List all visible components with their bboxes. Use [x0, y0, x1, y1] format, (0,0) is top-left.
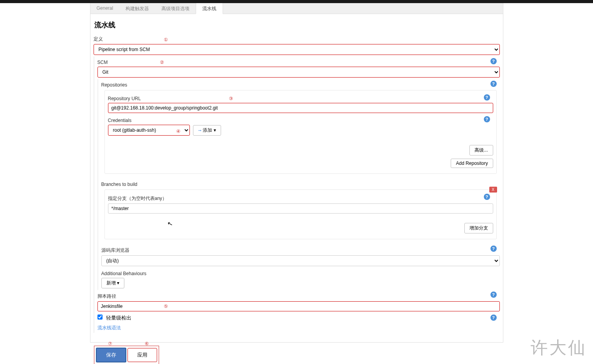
annotation-5: ⑤	[164, 304, 168, 309]
browser-help-icon[interactable]: ?	[490, 246, 497, 252]
scm-label: SCM	[97, 58, 500, 67]
annotation-7: ⑦	[108, 341, 112, 346]
browser-block: ? 源码库浏览器 (自动)	[98, 244, 503, 268]
branch-spec-help-icon[interactable]: ?	[484, 194, 490, 200]
behaviours-block: Additional Behaviours 新增 ▾	[98, 268, 503, 290]
credentials-label: Credentials	[108, 116, 493, 125]
tab-strip: General 构建触发器 高级项目选项 流水线	[90, 3, 503, 14]
lightweight-block: ? 轻量级检出	[94, 313, 503, 323]
add-credential-label: 添加	[203, 127, 212, 134]
add-behaviour-label: 新增	[106, 280, 116, 286]
top-bar	[0, 0, 593, 3]
repo-url-help-icon[interactable]: ?	[484, 94, 490, 101]
advanced-button[interactable]: 高级...	[469, 145, 493, 155]
pipeline-syntax-link[interactable]: 流水线语法	[97, 325, 121, 330]
branches-label: Branches to build	[101, 180, 500, 189]
browser-label: 源码库浏览器	[101, 246, 500, 255]
tab-general[interactable]: General	[90, 3, 120, 14]
definition-label: 定义	[94, 34, 500, 44]
annotation-2: ②	[160, 60, 164, 65]
apply-button[interactable]: 应用	[127, 348, 157, 362]
script-path-input[interactable]	[97, 301, 500, 311]
dropdown-caret-icon: ▾	[117, 280, 119, 286]
script-path-label: 脚本路径	[97, 292, 500, 301]
add-behaviour-button[interactable]: 新增 ▾	[101, 278, 124, 288]
annotation-3: ③	[229, 96, 233, 101]
credentials-help-icon[interactable]: ?	[484, 116, 490, 122]
repo-url-label: Repository URL	[108, 94, 493, 103]
tab-build-triggers[interactable]: 构建触发器	[119, 3, 155, 14]
scm-block: ? SCM ② Git	[94, 57, 503, 79]
save-button[interactable]: 保存	[96, 348, 126, 362]
scm-select[interactable]: Git	[97, 67, 500, 78]
repositories-help-icon[interactable]: ?	[490, 81, 497, 87]
annotation-1: ①	[164, 37, 168, 42]
branch-spec-label: 指定分支（为空时代表any）	[108, 194, 493, 203]
browser-select[interactable]: (自动)	[101, 255, 500, 266]
script-path-block: ? 脚本路径 ⑤	[94, 290, 503, 313]
definition-select[interactable]: Pipeline script from SCM	[94, 44, 500, 55]
main-container: General 构建触发器 高级项目选项 流水线 流水线 定义 ① Pipeli…	[90, 3, 503, 364]
add-branch-button[interactable]: 增加分支	[464, 223, 493, 233]
dropdown-caret-icon: ▾	[214, 127, 216, 133]
section-title: 流水线	[90, 19, 503, 33]
repositories-label: Repositories	[101, 81, 500, 89]
repo-url-input[interactable]	[108, 103, 493, 113]
annotation-4: ④	[176, 129, 181, 134]
main-panel: 流水线 定义 ① Pipeline script from SCM ? SCM …	[90, 14, 503, 343]
key-icon: ⊸	[198, 128, 201, 133]
definition-block: 定义 ① Pipeline script from SCM	[90, 33, 503, 57]
add-repository-button[interactable]: Add Repository	[451, 159, 493, 168]
tab-advanced-options[interactable]: 高级项目选项	[155, 3, 196, 14]
behaviours-label: Additional Behaviours	[101, 269, 500, 278]
repositories-block: ? Repositories ? Repository URL ③ ? Cred…	[98, 79, 503, 178]
scm-help-icon[interactable]: ?	[490, 58, 497, 64]
branches-block: Branches to build X ? 指定分支（为空时代表any） 增加分…	[98, 178, 503, 244]
delete-branch-button[interactable]: X	[489, 187, 497, 193]
branch-entry: X ? 指定分支（为空时代表any） 增加分支 ↖	[104, 189, 497, 239]
add-credential-button[interactable]: ⊸ 添加 ▾	[193, 125, 221, 136]
annotation-6: ⑥	[145, 341, 149, 346]
save-apply-button-group: 保存 应用	[94, 346, 159, 364]
lightweight-checkout-row: 轻量级检出	[97, 315, 132, 321]
script-path-help-icon[interactable]: ?	[490, 292, 497, 298]
lightweight-checkbox[interactable]	[97, 315, 103, 320]
lightweight-help-icon[interactable]: ?	[490, 315, 497, 321]
repository-entry: ? Repository URL ③ ? Credentials root (g…	[104, 90, 497, 174]
lightweight-label: 轻量级检出	[106, 315, 131, 321]
tab-pipeline[interactable]: 流水线	[196, 3, 223, 14]
branch-spec-input[interactable]	[108, 203, 493, 214]
watermark-text: 许大仙	[531, 336, 587, 359]
